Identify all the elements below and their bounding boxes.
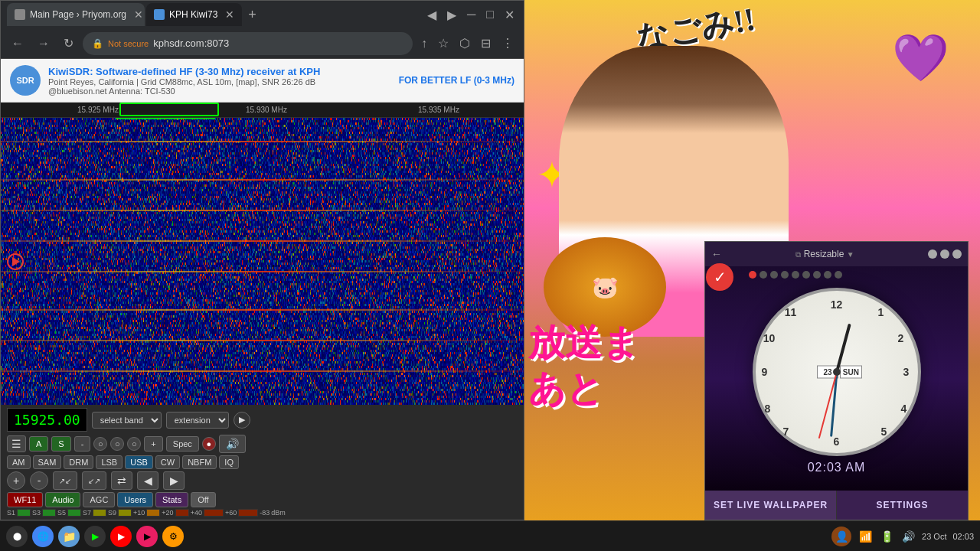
nav-left-btn[interactable]: ◀ — [137, 471, 158, 490]
page-antenna: @bluebison.net Antenna: TCI-530 — [48, 86, 391, 96]
tab-bar: Main Page › Priyom.org ✕ KPH Kiwi73 ✕ + … — [1, 1, 524, 28]
taskbar-right: 👤 📶 🔋 🔊 23 Oct 02:03 — [831, 527, 974, 546]
taskbar-time: 02:03 — [952, 532, 974, 541]
network-icon[interactable]: 📶 — [858, 529, 873, 544]
mode-cw[interactable]: CW — [155, 455, 180, 469]
expand-btn[interactable]: ↗↙ — [53, 471, 77, 490]
page-title: KiwiSDR: Software-defined HF (3-30 Mhz) … — [48, 66, 391, 77]
agc-s-btn[interactable]: S — [51, 436, 70, 452]
compress-btn[interactable]: ↙↗ — [82, 471, 106, 490]
url-field[interactable]: 🔒 Not secure kphsdr.com:8073 — [83, 32, 413, 55]
clock-5: 5 — [877, 424, 892, 439]
dot-active — [749, 271, 756, 279]
share-button[interactable]: ↑ — [417, 34, 431, 53]
speaker-btn[interactable]: 🔊 — [219, 435, 246, 453]
spec-btn[interactable]: Spec — [166, 436, 199, 452]
waterfall-display[interactable] — [1, 118, 524, 405]
play-triangle-icon — [12, 257, 20, 266]
taskbar-terminal-icon[interactable]: ▶ — [84, 526, 106, 547]
nav-right-btn[interactable]: ▶ — [163, 471, 185, 490]
controls-row-2: ☰ A S - ○ ○ ○ + Spec ● 🔊 — [7, 435, 518, 453]
clock-2: 2 — [893, 331, 909, 346]
band-select[interactable]: select band — [92, 412, 162, 429]
bookmark-button[interactable]: ☆ — [434, 34, 452, 53]
clock-back-btn[interactable]: ← — [711, 248, 722, 260]
back-button[interactable]: ← — [7, 35, 28, 52]
reload-button[interactable]: ↻ — [59, 34, 78, 52]
tab-close-kph[interactable]: ✕ — [225, 8, 234, 21]
maximize-button[interactable]: □ — [483, 6, 497, 23]
tab-scroll-right[interactable]: ▶ — [444, 6, 459, 24]
func-tab-users[interactable]: Users — [117, 492, 153, 507]
tab-kph[interactable]: KPH Kiwi73 ✕ — [146, 3, 242, 26]
clock-check-button[interactable]: ✓ — [706, 263, 733, 291]
taskbar-play-icon[interactable]: ▶ — [136, 526, 158, 547]
sig-bar-5 — [118, 509, 132, 517]
taskbar-system-icon[interactable]: ⬤ — [6, 526, 28, 547]
mode-sam[interactable]: SAM — [33, 455, 62, 469]
clock-3: 3 — [899, 364, 914, 380]
volume-icon[interactable]: 🔊 — [900, 529, 916, 544]
rec-btn[interactable]: ● — [202, 437, 216, 451]
dot-2 — [770, 271, 778, 279]
close-button[interactable]: ✕ — [501, 6, 518, 24]
clock-minimize-btn[interactable] — [928, 249, 937, 259]
sig-bar-9 — [238, 509, 258, 517]
signal-meter: S1 S3 S5 S7 S9 +10 +20 +40 +60 -83 dBm — [7, 509, 518, 517]
menu-btn[interactable]: ☰ — [7, 435, 26, 452]
func-tab-wf11[interactable]: WF11 — [7, 492, 43, 507]
zoom-out-btn[interactable]: - — [30, 471, 48, 490]
func-tab-stats[interactable]: Stats — [155, 492, 188, 507]
freq-label-1: 15.925 MHz — [77, 106, 119, 114]
freq-label-2: 15.930 MHz — [246, 106, 287, 114]
func-tab-off[interactable]: Off — [191, 492, 215, 507]
func-tab-agc[interactable]: AGC — [83, 492, 115, 507]
mode-usb[interactable]: USB — [125, 455, 153, 469]
taskbar-avatar[interactable]: 👤 — [831, 527, 851, 546]
tab-close-priyom[interactable]: ✕ — [134, 8, 143, 21]
mode-nbfm[interactable]: NBFM — [182, 455, 217, 469]
mode-lsb[interactable]: LSB — [96, 455, 122, 469]
split-button[interactable]: ⊟ — [477, 34, 495, 53]
clock-close-btn[interactable] — [952, 249, 962, 259]
settings-button[interactable]: SETTINGS — [837, 491, 968, 520]
clock-bottom-buttons: SET LIVE WALLPAPER SETTINGS — [705, 491, 968, 520]
vol-minus-btn[interactable]: - — [74, 436, 91, 452]
set-live-wallpaper-button[interactable]: SET LIVE WALLPAPER — [705, 491, 837, 520]
taskbar-files-icon[interactable]: 📁 — [58, 526, 80, 547]
address-bar: ← → ↻ 🔒 Not secure kphsdr.com:8073 ↑ ☆ ⬡… — [1, 28, 524, 59]
func-tab-audio[interactable]: Audio — [45, 492, 80, 507]
sig-bar-1 — [17, 509, 31, 517]
vol-circle-btn[interactable]: ○ — [93, 437, 107, 451]
nav-swap-btn[interactable]: ⇄ — [111, 471, 132, 490]
spectrum-container[interactable]: 15.925 MHz 15.930 MHz 15.935 MHz — [1, 103, 524, 405]
mode-am[interactable]: AM — [7, 455, 31, 469]
extension-select[interactable]: extension — [166, 412, 229, 429]
sig-p10: +10 — [133, 509, 145, 517]
extensions-button[interactable]: ⬡ — [456, 34, 474, 53]
play-button-overlay[interactable] — [7, 253, 24, 270]
vol-plus-btn[interactable]: + — [144, 436, 162, 452]
freq-display-row: 15925.00 select band extension ▶ — [7, 408, 518, 432]
vol-circle3-btn[interactable]: ○ — [127, 437, 141, 451]
play-stop-btn[interactable]: ▶ — [234, 412, 250, 429]
clock-maximize-btn[interactable] — [940, 249, 949, 259]
taskbar-app-icon[interactable]: ⚙ — [162, 526, 184, 547]
battery-icon[interactable]: 🔋 — [879, 529, 894, 544]
zoom-in-btn[interactable]: + — [7, 471, 25, 490]
mode-drm[interactable]: DRM — [64, 455, 93, 469]
menu-button[interactable]: ⋮ — [498, 34, 518, 53]
taskbar-youtube-icon[interactable]: ▶ — [110, 526, 132, 547]
taskbar-chrome-icon[interactable]: 🌐 — [32, 526, 54, 547]
vol-circle2-btn[interactable]: ○ — [110, 437, 124, 451]
sig-p40: +40 — [191, 509, 202, 517]
tab-priyom[interactable]: Main Page › Priyom.org ✕ — [7, 3, 145, 26]
agc-a-btn[interactable]: A — [29, 436, 48, 452]
minimize-button[interactable]: ─ — [464, 6, 479, 23]
forward-button[interactable]: → — [33, 35, 54, 52]
freq-cursor[interactable] — [119, 103, 219, 116]
tab-favicon-kph — [154, 9, 165, 20]
mode-iq[interactable]: IQ — [219, 455, 239, 469]
new-tab-button[interactable]: + — [243, 5, 261, 24]
tab-scroll-left[interactable]: ◀ — [424, 6, 439, 24]
